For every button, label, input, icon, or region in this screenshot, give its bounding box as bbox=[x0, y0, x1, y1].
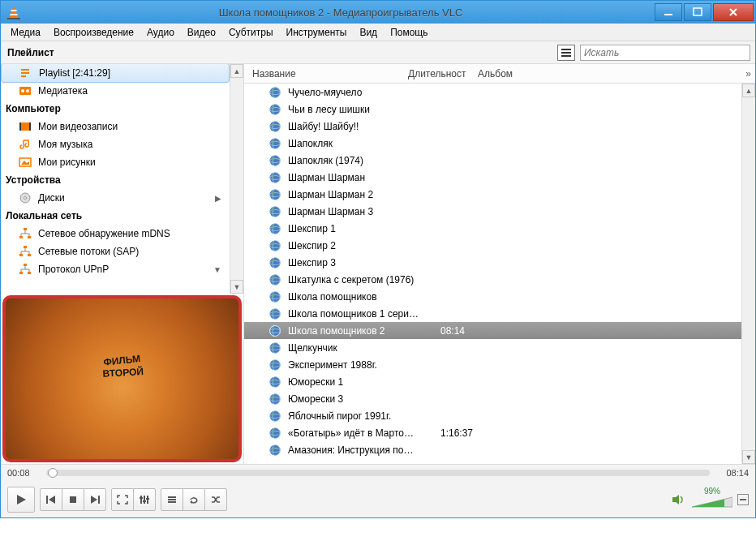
playlist-scrollbar[interactable]: ▲ ▼ bbox=[741, 84, 755, 464]
music-icon bbox=[19, 138, 32, 151]
sidebar-item-music[interactable]: Моя музыка bbox=[1, 135, 230, 153]
video-preview[interactable]: ФИЛЬМ ВТОРОЙ bbox=[2, 295, 242, 462]
seek-bar[interactable] bbox=[46, 470, 710, 476]
close-button[interactable] bbox=[713, 3, 754, 21]
svg-marker-90 bbox=[190, 500, 192, 504]
menu-media[interactable]: Медиа bbox=[4, 24, 47, 41]
time-elapsed[interactable]: 00:08 bbox=[7, 468, 40, 478]
stop-button[interactable] bbox=[62, 488, 84, 511]
playlist-row[interactable]: Шекспир 1 bbox=[244, 220, 741, 237]
row-title: Яблочный пирог 1991г. bbox=[288, 410, 434, 422]
playlist-row[interactable]: Шарман Шарман bbox=[244, 169, 741, 186]
play-button[interactable] bbox=[7, 487, 35, 513]
time-total[interactable]: 08:14 bbox=[716, 468, 749, 478]
sidebar-item-videos[interactable]: Мои видеозаписи bbox=[1, 118, 230, 135]
playlist-row[interactable]: Шапокляк bbox=[244, 135, 741, 152]
globe-icon bbox=[268, 103, 281, 116]
previous-button[interactable] bbox=[40, 488, 62, 511]
playlist-row[interactable]: Амазония: Инструкция по… bbox=[244, 441, 741, 458]
playlist-toggle-button[interactable] bbox=[161, 488, 183, 511]
extended-settings-button[interactable] bbox=[133, 488, 156, 511]
search-input[interactable] bbox=[580, 45, 750, 61]
column-duration[interactable]: Длительност bbox=[403, 65, 473, 83]
svg-rect-26 bbox=[19, 254, 23, 256]
sidebar: Playlist [2:41:29] Медиатека Компьютер М… bbox=[1, 64, 244, 464]
scroll-down-icon[interactable]: ▼ bbox=[230, 280, 243, 294]
playlist-row[interactable]: Яблочный пирог 1991г. bbox=[244, 407, 741, 424]
sidebar-item-upnp[interactable]: Протокол UPnP ▼ bbox=[1, 260, 230, 278]
scroll-up-icon[interactable]: ▲ bbox=[742, 84, 755, 97]
svg-rect-25 bbox=[24, 246, 27, 248]
playlist-row[interactable]: Юморески 1 bbox=[244, 373, 741, 390]
loop-button[interactable] bbox=[183, 488, 205, 511]
playlist-row[interactable]: Школа помощников 1 сери… bbox=[244, 305, 741, 322]
shuffle-button[interactable] bbox=[204, 488, 227, 511]
sidebar-item-pictures[interactable]: Мои рисунки bbox=[1, 153, 230, 171]
scroll-down-icon[interactable]: ▼ bbox=[742, 450, 755, 464]
sidebar-item-sap[interactable]: Сетевые потоки (SAP) bbox=[1, 243, 230, 260]
playlist-row[interactable]: Эксперимент 1988г. bbox=[244, 356, 741, 373]
menu-help[interactable]: Помощь bbox=[384, 24, 434, 41]
svg-rect-23 bbox=[19, 236, 23, 238]
svg-rect-9 bbox=[21, 69, 29, 71]
sidebar-category-network: Локальная сеть bbox=[1, 207, 230, 225]
globe-icon bbox=[268, 256, 281, 269]
playlist-row[interactable]: Шарман Шарман 2 bbox=[244, 186, 741, 203]
menu-view[interactable]: Вид bbox=[353, 24, 384, 41]
scroll-up-icon[interactable]: ▲ bbox=[230, 64, 243, 78]
row-title: Школа помощников bbox=[288, 291, 434, 303]
globe-icon bbox=[268, 341, 281, 354]
sidebar-item-discs[interactable]: Диски ▶ bbox=[1, 189, 230, 207]
playlist-row[interactable]: Чучело-мяучело bbox=[244, 84, 741, 101]
row-title: Щелкунчик bbox=[288, 342, 434, 354]
svg-rect-11 bbox=[21, 75, 26, 77]
playlist-row[interactable]: Чьи в лесу шишки bbox=[244, 101, 741, 118]
next-button[interactable] bbox=[84, 488, 106, 511]
svg-rect-86 bbox=[146, 498, 149, 500]
column-menu-icon[interactable]: » bbox=[741, 68, 755, 79]
playlist-row[interactable]: Шапокляк (1974) bbox=[244, 152, 741, 169]
playlist-row[interactable]: Шарман Шарман 3 bbox=[244, 203, 741, 220]
playlist-row[interactable]: Юморески 3 bbox=[244, 390, 741, 407]
video-icon bbox=[19, 120, 32, 133]
sidebar-scrollbar[interactable]: ▲ ▼ bbox=[230, 64, 243, 294]
fullscreen-button[interactable] bbox=[111, 488, 134, 511]
column-album[interactable]: Альбом bbox=[473, 65, 741, 83]
row-title: Шекспир 2 bbox=[288, 240, 434, 251]
globe-icon bbox=[268, 222, 281, 235]
svg-marker-77 bbox=[49, 496, 55, 504]
seek-knob[interactable] bbox=[48, 468, 58, 478]
sidebar-item-library[interactable]: Медиатека bbox=[1, 82, 230, 100]
playlist-row[interactable]: Шайбу! Шайбу!! bbox=[244, 118, 741, 135]
sidebar-sap-label: Сетевые потоки (SAP) bbox=[38, 246, 139, 257]
minimize-button[interactable] bbox=[655, 3, 682, 21]
svg-marker-79 bbox=[91, 496, 97, 504]
menu-tools[interactable]: Инструменты bbox=[280, 24, 354, 41]
sidebar-item-mdns[interactable]: Сетевое обнаружение mDNS bbox=[1, 225, 230, 243]
maximize-button[interactable] bbox=[684, 3, 711, 21]
column-title[interactable]: Название bbox=[247, 65, 403, 83]
playlist-row[interactable]: Школа помощников bbox=[244, 288, 741, 305]
playlist-row[interactable]: Шкатулка с секретом (1976) bbox=[244, 271, 741, 288]
playlist-row[interactable]: Щелкунчик bbox=[244, 339, 741, 356]
list-view-button[interactable] bbox=[557, 45, 575, 61]
menu-playback[interactable]: Воспроизведение bbox=[47, 24, 140, 41]
playlist-row[interactable]: «Богатырь» идёт в Марто…1:16:37 bbox=[244, 424, 741, 441]
globe-icon bbox=[268, 359, 281, 371]
menu-video[interactable]: Видео bbox=[181, 24, 222, 41]
mute-button[interactable] bbox=[737, 494, 749, 505]
volume-slider[interactable] bbox=[692, 496, 732, 512]
svg-rect-89 bbox=[168, 501, 176, 503]
globe-icon bbox=[268, 86, 281, 99]
svg-marker-0 bbox=[9, 6, 19, 19]
playlist-row[interactable]: Шекспир 2 bbox=[244, 237, 741, 254]
svg-rect-22 bbox=[24, 228, 27, 230]
svg-rect-29 bbox=[19, 272, 23, 274]
speaker-icon[interactable] bbox=[671, 488, 687, 511]
menu-subtitles[interactable]: Субтитры bbox=[222, 24, 280, 41]
playlist-row[interactable]: Шекспир 3 bbox=[244, 254, 741, 271]
svg-rect-85 bbox=[143, 500, 146, 502]
playlist-row[interactable]: Школа помощников 208:14 bbox=[244, 322, 741, 339]
menu-audio[interactable]: Аудио bbox=[140, 24, 181, 41]
sidebar-item-playlist[interactable]: Playlist [2:41:29] bbox=[1, 64, 230, 83]
